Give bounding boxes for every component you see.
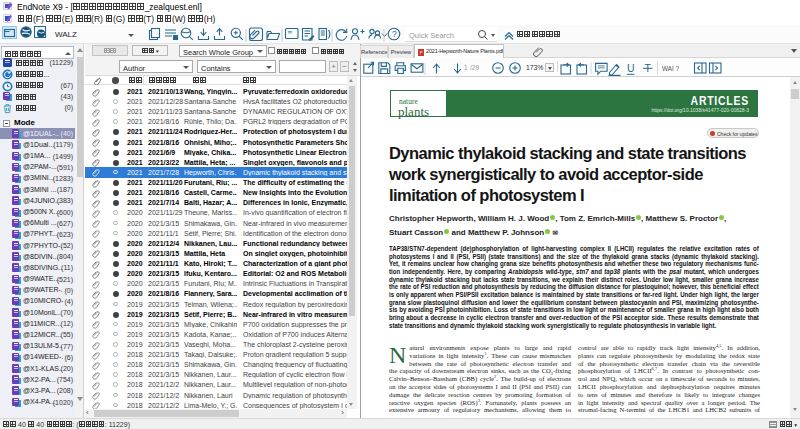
svg-text:WAI ?: WAI ? [662,65,679,72]
svg-text:?: ? [392,29,397,39]
svg-text:”: ” [288,29,293,39]
svg-text:U: U [627,62,635,74]
